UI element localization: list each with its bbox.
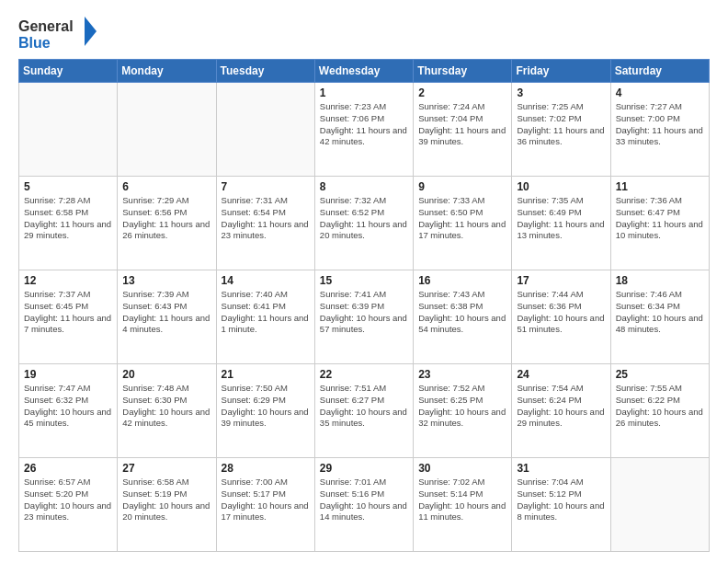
day-info: Sunrise: 7:50 AM Sunset: 6:29 PM Dayligh… — [222, 383, 310, 430]
day-number: 25 — [616, 368, 704, 381]
day-info: Sunrise: 7:52 AM Sunset: 6:25 PM Dayligh… — [418, 383, 506, 430]
day-of-week-header: Sunday — [19, 60, 118, 83]
day-info: Sunrise: 6:58 AM Sunset: 5:19 PM Dayligh… — [122, 477, 210, 523]
calendar-cell: 1Sunrise: 7:23 AM Sunset: 7:06 PM Daylig… — [314, 83, 413, 177]
day-info: Sunrise: 7:51 AM Sunset: 6:27 PM Dayligh… — [320, 383, 408, 430]
day-info: Sunrise: 7:40 AM Sunset: 6:41 PM Dayligh… — [222, 289, 310, 336]
calendar-cell: 29Sunrise: 7:01 AM Sunset: 5:16 PM Dayli… — [314, 458, 413, 552]
day-number: 24 — [517, 368, 605, 381]
calendar-cell: 5Sunrise: 7:28 AM Sunset: 6:58 PM Daylig… — [19, 177, 118, 270]
day-number: 31 — [517, 462, 605, 475]
calendar-week-row: 12Sunrise: 7:37 AM Sunset: 6:45 PM Dayli… — [19, 270, 710, 364]
day-number: 6 — [122, 180, 210, 193]
day-number: 28 — [222, 462, 310, 475]
day-of-week-header: Tuesday — [216, 60, 314, 83]
day-number: 23 — [418, 368, 506, 381]
calendar-week-row: 1Sunrise: 7:23 AM Sunset: 7:06 PM Daylig… — [19, 83, 710, 177]
calendar-cell: 22Sunrise: 7:51 AM Sunset: 6:27 PM Dayli… — [314, 364, 413, 458]
day-number: 29 — [320, 462, 408, 475]
day-info: Sunrise: 7:54 AM Sunset: 6:24 PM Dayligh… — [517, 383, 605, 430]
day-info: Sunrise: 7:29 AM Sunset: 6:56 PM Dayligh… — [122, 195, 210, 242]
calendar-cell: 25Sunrise: 7:55 AM Sunset: 6:22 PM Dayli… — [610, 364, 709, 458]
day-number: 30 — [418, 462, 506, 475]
day-info: Sunrise: 7:27 AM Sunset: 7:00 PM Dayligh… — [616, 101, 704, 148]
calendar-cell: 16Sunrise: 7:43 AM Sunset: 6:38 PM Dayli… — [414, 270, 512, 364]
calendar-cell: 19Sunrise: 7:47 AM Sunset: 6:32 PM Dayli… — [19, 364, 118, 458]
day-info: Sunrise: 7:32 AM Sunset: 6:52 PM Dayligh… — [320, 195, 408, 242]
calendar-cell: 21Sunrise: 7:50 AM Sunset: 6:29 PM Dayli… — [216, 364, 314, 458]
calendar-cell: 26Sunrise: 6:57 AM Sunset: 5:20 PM Dayli… — [19, 458, 118, 552]
calendar-cell: 18Sunrise: 7:46 AM Sunset: 6:34 PM Dayli… — [610, 270, 709, 364]
svg-marker-2 — [85, 17, 97, 46]
calendar-cell: 31Sunrise: 7:04 AM Sunset: 5:12 PM Dayli… — [512, 458, 610, 552]
day-number: 19 — [24, 368, 112, 381]
header: GeneralBlue — [18, 15, 710, 50]
calendar-cell: 13Sunrise: 7:39 AM Sunset: 6:43 PM Dayli… — [118, 270, 216, 364]
day-info: Sunrise: 7:43 AM Sunset: 6:38 PM Dayligh… — [418, 289, 506, 336]
day-number: 13 — [122, 274, 210, 287]
day-info: Sunrise: 7:48 AM Sunset: 6:30 PM Dayligh… — [122, 383, 210, 430]
calendar-cell: 30Sunrise: 7:02 AM Sunset: 5:14 PM Dayli… — [414, 458, 512, 552]
day-number: 14 — [222, 274, 310, 287]
calendar-cell — [216, 83, 314, 177]
day-info: Sunrise: 7:00 AM Sunset: 5:17 PM Dayligh… — [222, 477, 310, 523]
calendar-cell — [19, 83, 118, 177]
day-number: 26 — [24, 462, 112, 475]
day-info: Sunrise: 7:25 AM Sunset: 7:02 PM Dayligh… — [517, 101, 605, 148]
day-info: Sunrise: 7:37 AM Sunset: 6:45 PM Dayligh… — [24, 289, 112, 336]
day-number: 1 — [320, 86, 408, 99]
day-number: 10 — [517, 180, 605, 193]
calendar-cell: 7Sunrise: 7:31 AM Sunset: 6:54 PM Daylig… — [216, 177, 314, 270]
page: GeneralBlue SundayMondayTuesdayWednesday… — [0, 0, 728, 563]
calendar-week-row: 26Sunrise: 6:57 AM Sunset: 5:20 PM Dayli… — [19, 458, 710, 552]
day-info: Sunrise: 7:33 AM Sunset: 6:50 PM Dayligh… — [418, 195, 506, 242]
generalblue-logo-icon: GeneralBlue — [18, 15, 101, 50]
day-number: 21 — [222, 368, 310, 381]
day-of-week-header: Friday — [512, 60, 610, 83]
svg-text:Blue: Blue — [18, 35, 51, 50]
day-info: Sunrise: 7:41 AM Sunset: 6:39 PM Dayligh… — [320, 289, 408, 336]
calendar-cell: 24Sunrise: 7:54 AM Sunset: 6:24 PM Dayli… — [512, 364, 610, 458]
day-number: 7 — [222, 180, 310, 193]
calendar-cell: 10Sunrise: 7:35 AM Sunset: 6:49 PM Dayli… — [512, 177, 610, 270]
calendar-cell: 4Sunrise: 7:27 AM Sunset: 7:00 PM Daylig… — [610, 83, 709, 177]
day-info: Sunrise: 7:31 AM Sunset: 6:54 PM Dayligh… — [222, 195, 310, 242]
calendar-cell: 28Sunrise: 7:00 AM Sunset: 5:17 PM Dayli… — [216, 458, 314, 552]
day-info: Sunrise: 7:01 AM Sunset: 5:16 PM Dayligh… — [320, 477, 408, 523]
day-number: 17 — [517, 274, 605, 287]
calendar-week-row: 5Sunrise: 7:28 AM Sunset: 6:58 PM Daylig… — [19, 177, 710, 270]
day-info: Sunrise: 7:23 AM Sunset: 7:06 PM Dayligh… — [320, 101, 408, 148]
day-number: 8 — [320, 180, 408, 193]
day-number: 20 — [122, 368, 210, 381]
svg-text:General: General — [18, 18, 74, 34]
day-info: Sunrise: 7:46 AM Sunset: 6:34 PM Dayligh… — [616, 289, 704, 336]
day-info: Sunrise: 7:44 AM Sunset: 6:36 PM Dayligh… — [517, 289, 605, 336]
day-number: 18 — [616, 274, 704, 287]
day-info: Sunrise: 7:04 AM Sunset: 5:12 PM Dayligh… — [517, 477, 605, 523]
calendar-week-row: 19Sunrise: 7:47 AM Sunset: 6:32 PM Dayli… — [19, 364, 710, 458]
day-info: Sunrise: 7:36 AM Sunset: 6:47 PM Dayligh… — [616, 195, 704, 242]
calendar-cell: 2Sunrise: 7:24 AM Sunset: 7:04 PM Daylig… — [414, 83, 512, 177]
calendar-cell: 12Sunrise: 7:37 AM Sunset: 6:45 PM Dayli… — [19, 270, 118, 364]
day-info: Sunrise: 7:28 AM Sunset: 6:58 PM Dayligh… — [24, 195, 112, 242]
day-number: 9 — [418, 180, 506, 193]
day-of-week-header: Monday — [118, 60, 216, 83]
day-of-week-header: Thursday — [414, 60, 512, 83]
day-number: 4 — [616, 86, 704, 99]
calendar-cell: 9Sunrise: 7:33 AM Sunset: 6:50 PM Daylig… — [414, 177, 512, 270]
calendar-cell: 27Sunrise: 6:58 AM Sunset: 5:19 PM Dayli… — [118, 458, 216, 552]
logo: GeneralBlue — [18, 15, 101, 50]
day-info: Sunrise: 7:55 AM Sunset: 6:22 PM Dayligh… — [616, 383, 704, 430]
calendar-cell: 17Sunrise: 7:44 AM Sunset: 6:36 PM Dayli… — [512, 270, 610, 364]
day-number: 27 — [122, 462, 210, 475]
calendar-cell: 8Sunrise: 7:32 AM Sunset: 6:52 PM Daylig… — [314, 177, 413, 270]
day-info: Sunrise: 7:39 AM Sunset: 6:43 PM Dayligh… — [122, 289, 210, 336]
calendar-cell: 15Sunrise: 7:41 AM Sunset: 6:39 PM Dayli… — [314, 270, 413, 364]
day-of-week-header: Saturday — [610, 60, 709, 83]
day-info: Sunrise: 7:24 AM Sunset: 7:04 PM Dayligh… — [418, 101, 506, 148]
calendar-cell: 23Sunrise: 7:52 AM Sunset: 6:25 PM Dayli… — [414, 364, 512, 458]
day-info: Sunrise: 7:02 AM Sunset: 5:14 PM Dayligh… — [418, 477, 506, 523]
day-number: 11 — [616, 180, 704, 193]
day-number: 22 — [320, 368, 408, 381]
calendar-cell: 6Sunrise: 7:29 AM Sunset: 6:56 PM Daylig… — [118, 177, 216, 270]
